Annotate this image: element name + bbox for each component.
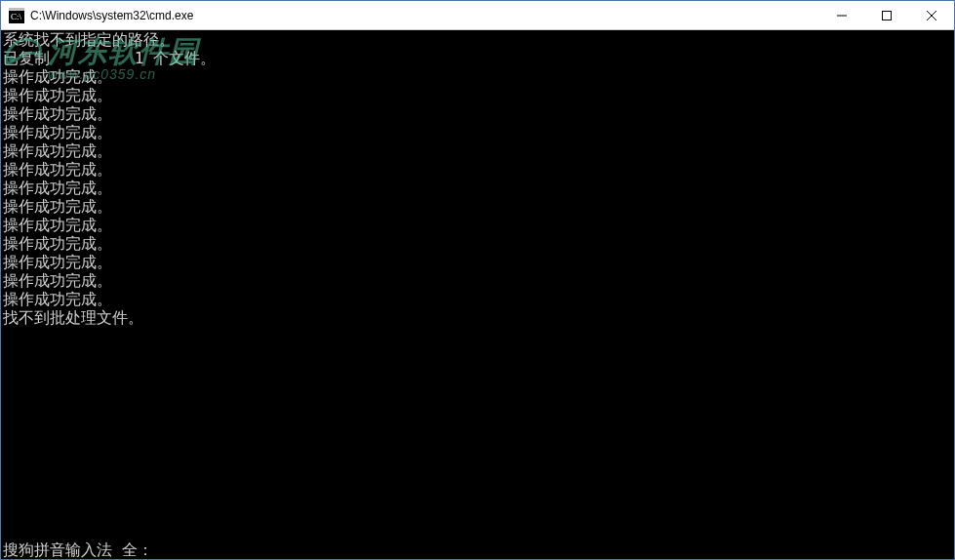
console-line: 系统找不到指定的路径。 [3,30,952,49]
minimize-button[interactable] [819,1,864,29]
close-icon [927,11,936,20]
window-controls [819,1,954,29]
console-line: 操作成功完成。 [3,123,952,141]
console-area[interactable]: 系统找不到指定的路径。 已复制 1 个文件。 操作成功完成。 操作成功完成。 操… [1,30,954,559]
console-line: 找不到批处理文件。 [3,308,952,327]
console-line: 操作成功完成。 [3,253,952,271]
minimize-icon [837,11,847,20]
console-line: 操作成功完成。 [3,141,952,160]
console-line: 操作成功完成。 [3,104,952,123]
svg-rect-4 [883,11,892,20]
console-output: 系统找不到指定的路径。 已复制 1 个文件。 操作成功完成。 操作成功完成。 操… [3,30,952,327]
console-line: 操作成功完成。 [3,197,952,216]
console-line: 操作成功完成。 [3,67,952,86]
ime-status-line: 搜狗拼音输入法 全： [3,540,952,559]
console-line: 操作成功完成。 [3,216,952,234]
console-line: 操作成功完成。 [3,160,952,179]
cmd-window: C:\ C:\Windows\system32\cmd.exe 系统找不到指定的… [0,0,955,560]
console-line: 已复制 1 个文件。 [3,49,952,67]
cmd-icon: C:\ [9,8,24,23]
window-title: C:\Windows\system32\cmd.exe [30,9,193,22]
console-line: 操作成功完成。 [3,234,952,253]
svg-rect-1 [9,8,24,11]
console-line: 操作成功完成。 [3,290,952,308]
titlebar[interactable]: C:\ C:\Windows\system32\cmd.exe [1,1,954,30]
console-line: 操作成功完成。 [3,271,952,290]
svg-text:C:\: C:\ [11,12,22,21]
maximize-button[interactable] [864,1,909,29]
maximize-icon [882,11,892,20]
close-button[interactable] [909,1,954,29]
console-line: 操作成功完成。 [3,86,952,104]
console-line: 操作成功完成。 [3,179,952,197]
